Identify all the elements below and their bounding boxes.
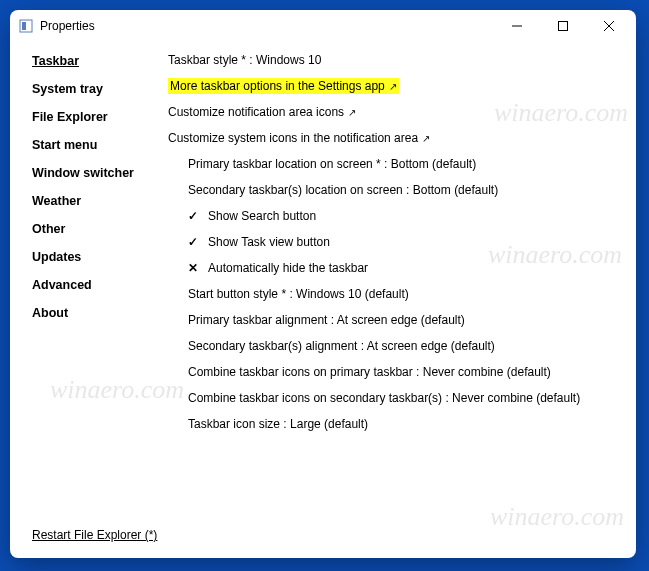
setting-label: Secondary taskbar(s) location on screen … bbox=[188, 183, 498, 197]
minimize-button[interactable] bbox=[494, 11, 540, 41]
setting-label: Customize system icons in the notificati… bbox=[168, 131, 418, 145]
app-icon bbox=[18, 18, 34, 34]
setting-row[interactable]: Primary taskbar alignment : At screen ed… bbox=[168, 312, 626, 328]
setting-label: Show Task view button bbox=[208, 235, 330, 249]
sidebar-item-updates[interactable]: Updates bbox=[32, 250, 158, 264]
check-icon: ✓ bbox=[188, 235, 204, 249]
setting-row[interactable]: ✓Show Search button bbox=[168, 208, 626, 224]
setting-row[interactable]: Start button style * : Windows 10 (defau… bbox=[168, 286, 626, 302]
external-link-icon: ↗ bbox=[422, 133, 430, 144]
setting-row[interactable]: Taskbar style * : Windows 10 bbox=[168, 52, 626, 68]
external-link-icon: ↗ bbox=[389, 81, 397, 92]
content-panel: Taskbar style * : Windows 10More taskbar… bbox=[158, 42, 636, 528]
setting-label: More taskbar options in the Settings app bbox=[170, 79, 385, 93]
setting-label: Primary taskbar location on screen * : B… bbox=[188, 157, 476, 171]
properties-window: Properties TaskbarSystem trayFile Explor… bbox=[10, 10, 636, 558]
setting-row[interactable]: Primary taskbar location on screen * : B… bbox=[168, 156, 626, 172]
check-icon: ✓ bbox=[188, 209, 204, 223]
sidebar-item-about[interactable]: About bbox=[32, 306, 158, 320]
setting-label: Start button style * : Windows 10 (defau… bbox=[188, 287, 409, 301]
sidebar-item-weather[interactable]: Weather bbox=[32, 194, 158, 208]
setting-row[interactable]: Combine taskbar icons on primary taskbar… bbox=[168, 364, 626, 380]
sidebar-item-advanced[interactable]: Advanced bbox=[32, 278, 158, 292]
setting-row[interactable]: ✕Automatically hide the taskbar bbox=[168, 260, 626, 276]
setting-row[interactable]: ✓Show Task view button bbox=[168, 234, 626, 250]
sidebar-item-start-menu[interactable]: Start menu bbox=[32, 138, 158, 152]
setting-label: Taskbar style * : Windows 10 bbox=[168, 53, 321, 67]
external-link-icon: ↗ bbox=[348, 107, 356, 118]
close-button[interactable] bbox=[586, 11, 632, 41]
maximize-button[interactable] bbox=[540, 11, 586, 41]
sidebar-item-window-switcher[interactable]: Window switcher bbox=[32, 166, 158, 180]
setting-row[interactable]: Customize notification area icons↗ bbox=[168, 104, 626, 120]
cross-icon: ✕ bbox=[188, 261, 204, 275]
setting-label: Primary taskbar alignment : At screen ed… bbox=[188, 313, 465, 327]
setting-label: Automatically hide the taskbar bbox=[208, 261, 368, 275]
sidebar-item-other[interactable]: Other bbox=[32, 222, 158, 236]
sidebar-item-file-explorer[interactable]: File Explorer bbox=[32, 110, 158, 124]
sidebar-item-system-tray[interactable]: System tray bbox=[32, 82, 158, 96]
restart-explorer-link[interactable]: Restart File Explorer (*) bbox=[32, 528, 157, 542]
setting-label: Combine taskbar icons on primary taskbar… bbox=[188, 365, 551, 379]
setting-row[interactable]: Secondary taskbar(s) alignment : At scre… bbox=[168, 338, 626, 354]
setting-label: Show Search button bbox=[208, 209, 316, 223]
sidebar-item-taskbar[interactable]: Taskbar bbox=[32, 54, 158, 68]
window-title: Properties bbox=[40, 19, 95, 33]
setting-label: Secondary taskbar(s) alignment : At scre… bbox=[188, 339, 495, 353]
setting-label: Combine taskbar icons on secondary taskb… bbox=[188, 391, 580, 405]
setting-row[interactable]: Taskbar icon size : Large (default) bbox=[168, 416, 626, 432]
setting-row[interactable]: Combine taskbar icons on secondary taskb… bbox=[168, 390, 626, 406]
setting-row[interactable]: More taskbar options in the Settings app… bbox=[168, 78, 626, 94]
sidebar: TaskbarSystem trayFile ExplorerStart men… bbox=[10, 42, 158, 528]
titlebar: Properties bbox=[10, 10, 636, 42]
setting-row[interactable]: Secondary taskbar(s) location on screen … bbox=[168, 182, 626, 198]
svg-rect-1 bbox=[22, 22, 26, 30]
footer: Restart File Explorer (*) bbox=[10, 528, 636, 558]
setting-label: Customize notification area icons bbox=[168, 105, 344, 119]
window-body: TaskbarSystem trayFile ExplorerStart men… bbox=[10, 42, 636, 528]
setting-label: Taskbar icon size : Large (default) bbox=[188, 417, 368, 431]
setting-row[interactable]: Customize system icons in the notificati… bbox=[168, 130, 626, 146]
svg-rect-3 bbox=[559, 22, 568, 31]
